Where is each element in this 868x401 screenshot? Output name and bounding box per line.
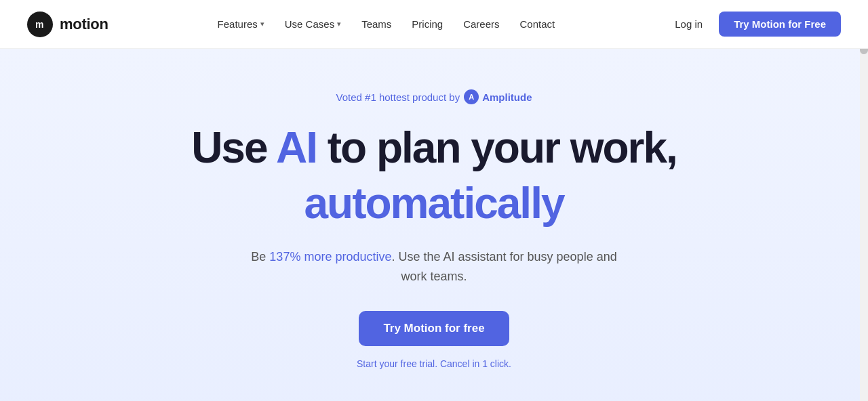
trial-prefix: Start your free trial. Cancel in (357, 358, 482, 369)
nav-pricing[interactable]: Pricing (403, 13, 451, 35)
features-label: Features (218, 18, 258, 30)
login-button[interactable]: Log in (664, 13, 713, 35)
svg-text:m: m (35, 19, 43, 30)
nav-features[interactable]: Features ▾ (210, 13, 273, 35)
nav-contact[interactable]: Contact (512, 13, 564, 35)
use-cases-label: Use Cases (285, 18, 334, 30)
title-prefix: Use (191, 123, 276, 172)
amplitude-label: Amplitude (482, 91, 532, 103)
nav-careers[interactable]: Careers (455, 13, 507, 35)
nav-teams[interactable]: Teams (353, 13, 399, 35)
trial-suffix: . (509, 358, 511, 369)
careers-label: Careers (463, 18, 499, 30)
features-chevron-icon: ▾ (260, 20, 264, 28)
subtitle-prefix: Be (251, 250, 269, 263)
login-label: Log in (675, 18, 703, 30)
hero-cta-button[interactable]: Try Motion for free (359, 311, 509, 346)
nav-actions: Log in Try Motion for Free (664, 12, 841, 37)
contact-label: Contact (520, 18, 555, 30)
amplitude-icon: A (464, 89, 479, 104)
badge-text: Voted #1 hottest product by (336, 91, 460, 103)
nav-use-cases[interactable]: Use Cases ▾ (277, 13, 349, 35)
hero-title-line2: automatically (304, 179, 564, 229)
use-cases-chevron-icon: ▾ (337, 20, 341, 28)
title-ai: AI (276, 123, 317, 172)
scrollbar[interactable] (860, 0, 868, 401)
teams-label: Teams (361, 18, 391, 30)
hero-title-line1: Use AI to plan your work, (191, 123, 677, 173)
pricing-label: Pricing (412, 18, 443, 30)
hero-subtitle: Be 137% more productive. Use the AI assi… (237, 247, 631, 287)
logo-text: motion (60, 16, 108, 33)
title-suffix: to plan your work, (317, 123, 677, 172)
hero-section: Voted #1 hottest product by A Amplitude … (0, 49, 868, 401)
subtitle-suffix: . Use the AI assistant for busy people a… (391, 250, 616, 283)
nav-links: Features ▾ Use Cases ▾ Teams Pricing Car… (210, 13, 564, 35)
hero-trial-text: Start your free trial. Cancel in 1 click… (357, 358, 511, 369)
subtitle-link[interactable]: 137% more productive (269, 250, 391, 263)
navbar: m motion Features ▾ Use Cases ▾ Teams Pr… (0, 0, 868, 49)
hero-badge: Voted #1 hottest product by A Amplitude (336, 89, 532, 104)
trial-link[interactable]: 1 click (482, 358, 509, 369)
logo[interactable]: m motion (27, 12, 108, 37)
logo-icon: m (27, 12, 53, 37)
nav-cta-button[interactable]: Try Motion for Free (719, 12, 841, 37)
amplitude-badge: A Amplitude (464, 89, 532, 104)
